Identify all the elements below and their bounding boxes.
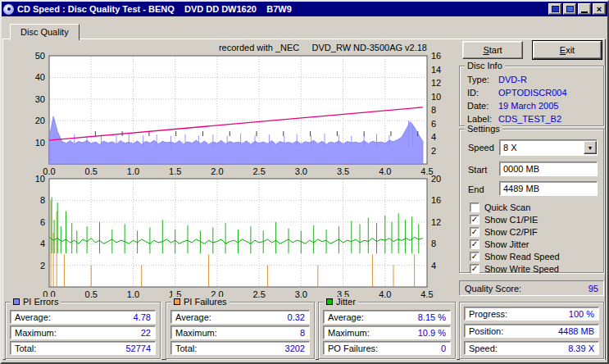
right-axis-tick-label: 16	[431, 51, 441, 61]
disc-info-group: Disc Info Type:DVD-R ID:OPTODISCR004 Dat…	[459, 66, 604, 126]
left-axis-tick-label: 30	[35, 94, 45, 104]
legend-row: Maximum:8	[170, 325, 310, 339]
chevron-down-icon: ▼	[588, 145, 593, 151]
left-axis-tick-label: 4	[40, 239, 45, 248]
checkbox-show-read-speed[interactable]: ✓Show Read Speed	[470, 251, 560, 262]
close-button[interactable]: ×	[593, 3, 606, 15]
legend-row: Maximum:22	[10, 325, 156, 339]
minimize-icon	[581, 11, 588, 13]
left-axis-tick-label: 10	[35, 138, 45, 148]
left-axis-tick-label: 50	[35, 51, 45, 61]
pi-errors-legend-group: PI Errors Average:4.78 Maximum:22 Total:…	[5, 302, 161, 359]
speed-dropdown-button[interactable]: ▼	[584, 141, 597, 154]
speed-row: Speed:8.39 X	[464, 341, 599, 355]
status-group: Progress:100 % Position:4488 MB Speed:8.…	[459, 302, 604, 359]
x-tick-label: 2.5	[252, 289, 265, 299]
exit-button[interactable]: Exit	[533, 41, 602, 59]
left-axis-tick-label: 10	[35, 174, 45, 184]
jitter-legend-title: Jitter	[336, 297, 356, 307]
show-write-speed-checkbox[interactable]: ✓	[470, 264, 479, 274]
right-axis-tick-label: 6	[431, 119, 436, 129]
right-axis-tick-label: 8	[431, 105, 436, 115]
progress-row: Progress:100 %	[464, 307, 599, 321]
x-tick-label: 1.0	[127, 289, 139, 299]
legend-row: Total:3202	[170, 341, 310, 355]
disc-id-row: ID:OPTODISCR004	[467, 88, 598, 98]
legend-row: Total:52774	[10, 341, 156, 355]
show-c1-pie-checkbox[interactable]: ✓	[470, 215, 479, 225]
left-axis-tick-label: 8	[40, 195, 45, 205]
window-title: CD Speed : Disc Quality Test - BENQ DVD …	[17, 4, 547, 14]
quality-score-value: 95	[589, 284, 598, 293]
right-axis-tick-label: 4	[431, 132, 436, 142]
end-field[interactable]: 4489 MB	[499, 181, 598, 196]
legend-row: Average:0.32	[170, 310, 310, 324]
legend-row: Average:8.15 %	[323, 310, 451, 324]
pi-errors-swatch-icon	[13, 298, 20, 305]
left-axis-tick-label: 6	[40, 217, 45, 227]
right-axis-tick-label: 16	[431, 195, 441, 205]
checkbox-show-c2-pif[interactable]: ✓Show C2/PIF	[470, 226, 538, 237]
checkbox-show-c1-pie[interactable]: ✓Show C1/PIE	[470, 214, 538, 225]
app-window: CD Speed : Disc Quality Test - BENQ DVD …	[0, 0, 609, 364]
right-axis-tick-label: 4	[431, 261, 436, 271]
position-row: Position:4488 MB	[464, 324, 599, 338]
x-tick-label: 4.5	[420, 289, 433, 299]
pi-errors-legend-title: PI Errors	[23, 297, 58, 307]
x-tick-label: 4.0	[379, 289, 391, 299]
disc-type-row: Type:DVD-R	[467, 75, 598, 85]
show-read-speed-checkbox[interactable]: ✓	[470, 252, 479, 262]
settings-group: Settings Speed 8 X ▼ Start 0000 MB End 4…	[459, 129, 604, 273]
quality-score-label: Quality Score:	[465, 284, 521, 293]
jitter-pif-chart: 0.00.51.01.52.02.53.03.54.04.52468104812…	[16, 164, 445, 300]
settings-title: Settings	[465, 124, 502, 134]
chart-header: recorded with _NEC DVD_RW ND-3500AG v2.1…	[219, 43, 427, 52]
jitter-legend-group: Jitter Average:8.15 % Maximum:10.9 % PO …	[318, 302, 456, 359]
tab-page: 0.00.51.01.52.02.53.03.54.04.51020304050…	[2, 39, 606, 360]
quick-scan-checkbox[interactable]	[470, 202, 479, 212]
left-axis-tick-label: 20	[35, 116, 45, 125]
start-field[interactable]: 0000 MB	[499, 162, 598, 176]
pi-failures-swatch-icon	[174, 298, 180, 305]
titlebar-icon-1	[552, 6, 559, 12]
right-axis-tick-label: 12	[431, 217, 441, 227]
checkbox-quick-scan[interactable]: Quick Scan	[470, 202, 530, 212]
start-label: Start	[468, 165, 487, 175]
legend-row: Maximum:10.9 %	[323, 325, 451, 339]
left-axis-tick-label: 40	[35, 72, 45, 82]
right-axis-tick-label: 10	[431, 92, 441, 102]
tab-disc-quality[interactable]: Disc Quality	[10, 24, 80, 40]
minimize-button[interactable]	[578, 3, 591, 15]
titlebar-icon-button-2[interactable]	[563, 3, 576, 15]
right-axis-tick-label: 8	[431, 239, 436, 248]
end-label: End	[468, 184, 484, 194]
legend-row: Average:4.78	[10, 310, 156, 324]
show-c2-pif-checkbox[interactable]: ✓	[470, 227, 479, 237]
start-button[interactable]: Start	[462, 41, 523, 59]
right-axis-tick-label: 2	[431, 146, 436, 156]
checkbox-show-write-speed[interactable]: ✓Show Write Speed	[470, 263, 559, 274]
pi-failures-legend-group: PI Failures Average:0.32 Maximum:8 Total…	[166, 302, 315, 359]
titlebar-icon-button-1[interactable]	[548, 3, 561, 15]
right-axis-tick-label: 14	[431, 65, 441, 75]
pi-errors-speed-chart: 0.00.51.01.52.02.53.03.54.04.51020304050…	[16, 41, 445, 177]
app-icon	[3, 4, 14, 15]
quality-score-panel: Quality Score: 95	[459, 280, 604, 296]
jitter-swatch-icon	[326, 298, 333, 305]
right-axis-tick-label: 12	[431, 78, 441, 88]
speed-select[interactable]: 8 X ▼	[499, 139, 598, 156]
pi-failures-legend-title: PI Failures	[184, 297, 227, 307]
titlebar: CD Speed : Disc Quality Test - BENQ DVD …	[2, 2, 607, 16]
legend-row: PO Failures:0	[323, 341, 451, 355]
close-icon: ×	[597, 5, 602, 13]
titlebar-icon-2	[566, 6, 574, 12]
speed-label: Speed	[468, 143, 494, 152]
left-axis-tick-label: 2	[40, 261, 45, 271]
x-tick-label: 3.0	[295, 289, 307, 299]
show-jitter-checkbox[interactable]: ✓	[470, 239, 479, 249]
disc-date-row: Date:19 March 2005	[467, 101, 598, 111]
checkbox-show-jitter[interactable]: ✓Show Jitter	[470, 239, 529, 249]
x-tick-label: 0.5	[85, 289, 98, 299]
speed-value: 8 X	[503, 143, 517, 152]
right-axis-tick-label: 20	[431, 174, 441, 184]
